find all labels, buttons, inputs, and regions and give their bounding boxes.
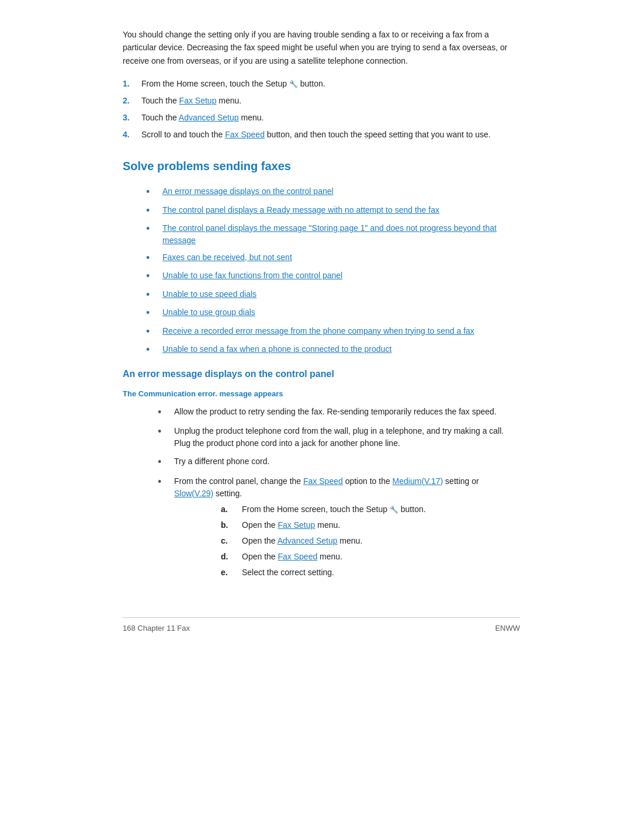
bullet-icon: • [146,204,162,217]
medium-v17-link[interactable]: Medium(V.17) [393,476,443,486]
content-bullet-1: • Allow the product to retry sending the… [123,406,520,419]
slow-v29-link[interactable]: Slow(V.29) [174,489,213,498]
setup-icon-2: 🔧 [390,504,398,515]
link-ready-message[interactable]: The control panel displays a Ready messa… [162,204,439,216]
bullet-icon: • [146,185,162,199]
fax-setup-link-2[interactable]: Fax Setup [278,520,316,530]
advanced-setup-link-1[interactable]: Advanced Setup [179,113,239,122]
bullet-icon: • [158,455,174,469]
bullet-icon: • [146,288,162,302]
sub-letter-b: b. [221,519,242,531]
link-recorded-error[interactable]: Receive a recorded error message from th… [162,325,474,337]
sub-step-c: c. Open the Advanced Setup menu. [174,535,520,547]
step-1: 1. From the Home screen, touch the Setup… [123,78,520,90]
bullet-icon: • [146,343,162,357]
list-item: • The control panel displays the message… [123,222,520,247]
list-item: • Unable to use speed dials [123,288,520,302]
numbered-steps: 1. From the Home screen, touch the Setup… [123,78,520,141]
step-4-text: Scroll to and touch the Fax Speed button… [141,129,491,141]
sub-step-e: e. Select the correct setting. [174,566,520,579]
fax-speed-link-2[interactable]: Fax Speed [303,476,343,486]
step-number-2: 2. [123,95,141,107]
content-bullet-4: • From the control panel, change the Fax… [123,475,520,582]
step-number-3: 3. [123,112,141,124]
fax-speed-link-3[interactable]: Fax Speed [278,552,318,561]
link-unable-send-phone[interactable]: Unable to send a fax when a phone is con… [162,343,391,355]
sub-step-b: b. Open the Fax Setup menu. [174,519,520,531]
list-item: • Unable to use group dials [123,306,520,320]
step-3-text: Touch the Advanced Setup menu. [141,112,264,124]
step-2-text: Touch the Fax Setup menu. [141,95,241,107]
link-faxes-received[interactable]: Faxes can be received, but not sent [162,251,292,264]
intro-paragraph: You should change the setting only if yo… [123,28,520,67]
fax-speed-link-1[interactable]: Fax Speed [225,130,265,139]
sub-step-b-text: Open the Fax Setup menu. [242,519,340,531]
sub-step-a-text: From the Home screen, touch the Setup 🔧 … [242,503,426,516]
page-footer: 168 Chapter 11 Fax ENWW [123,617,520,634]
list-item: • Faxes can be received, but not sent [123,251,520,265]
step-2: 2. Touch the Fax Setup menu. [123,95,520,107]
bullet-icon: • [146,222,162,236]
list-item: • Unable to use fax functions from the c… [123,269,520,283]
link-unable-speed-dials[interactable]: Unable to use speed dials [162,288,256,300]
bullet-icon: • [158,406,174,419]
fax-setup-link-1[interactable]: Fax Setup [179,96,217,105]
bullet-links-list: • An error message displays on the contr… [123,185,520,357]
bullet-icon: • [146,251,162,265]
content-bullet-3: • Try a different phone cord. [123,455,520,469]
list-item: • An error message displays on the contr… [123,185,520,199]
step-4: 4. Scroll to and touch the Fax Speed but… [123,129,520,141]
list-item: • The control panel displays a Ready mes… [123,204,520,217]
page-container: You should change the setting only if yo… [64,0,567,669]
sub-letter-e: e. [221,566,242,579]
bullet-icon: • [146,306,162,320]
bullet-icon: • [158,475,174,489]
bullet-icon: • [146,269,162,283]
content-bullet-1-text: Allow the product to retry sending the f… [174,406,497,418]
step-number-4: 4. [123,129,141,141]
footer-left: 168 Chapter 11 Fax [123,623,190,634]
content-bullet-2-text: Unplug the product telephone cord from t… [174,425,520,450]
step-number-1: 1. [123,78,141,90]
sub-letter-c: c. [221,535,242,547]
setup-icon: 🔧 [289,79,298,89]
sub-step-c-text: Open the Advanced Setup menu. [242,535,362,547]
step-3: 3. Touch the Advanced Setup menu. [123,112,520,124]
advanced-setup-link-2[interactable]: Advanced Setup [278,536,338,545]
sub-step-d-text: Open the Fax Speed menu. [242,551,342,563]
sub-step-d: d. Open the Fax Speed menu. [174,551,520,563]
link-unable-fax-functions[interactable]: Unable to use fax functions from the con… [162,269,342,282]
subsubsection-heading: The Communication error. message appears [123,388,520,400]
link-error-message[interactable]: An error message displays on the control… [162,185,334,198]
list-item: • Receive a recorded error message from … [123,325,520,338]
content-bullets: • Allow the product to retry sending the… [123,406,520,582]
list-item: • Unable to send a fax when a phone is c… [123,343,520,357]
footer-right: ENWW [495,623,520,634]
content-bullet-2: • Unplug the product telephone cord from… [123,425,520,450]
subsection-heading: An error message displays on the control… [123,367,520,381]
step-1-text: From the Home screen, touch the Setup 🔧 … [141,78,325,90]
sub-letter-d: d. [221,551,242,563]
bullet-icon: • [158,425,174,438]
bullet-icon: • [146,325,162,338]
sub-step-a: a. From the Home screen, touch the Setup… [174,503,520,516]
sub-steps: a. From the Home screen, touch the Setup… [174,503,520,579]
link-unable-group-dials[interactable]: Unable to use group dials [162,306,255,319]
sub-letter-a: a. [221,503,242,516]
link-storing-page[interactable]: The control panel displays the message "… [162,222,520,247]
content-bullet-4-text: From the control panel, change the Fax S… [174,475,520,582]
content-bullet-3-text: Try a different phone cord. [174,455,269,468]
section-heading: Solve problems sending faxes [123,157,520,175]
sub-step-e-text: Select the correct setting. [242,566,334,579]
